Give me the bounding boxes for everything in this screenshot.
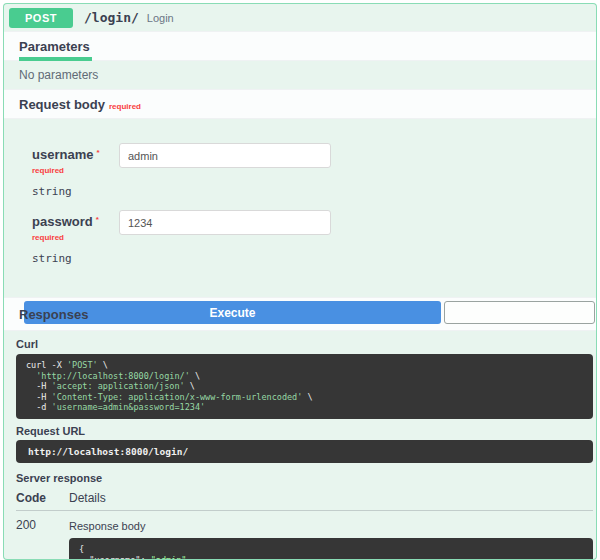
method-badge: POST bbox=[9, 8, 73, 28]
status-code-200: 200 bbox=[16, 517, 69, 560]
clear-button[interactable] bbox=[444, 301, 595, 324]
request-url-label: Request URL bbox=[16, 425, 593, 437]
username-field-type: string bbox=[32, 185, 119, 198]
response-row-200: 200 Response body { "username": "admin" … bbox=[16, 517, 593, 560]
endpoint-path: /login/ bbox=[84, 10, 139, 25]
password-field-type: string bbox=[32, 252, 119, 265]
curl-line: -d 'username=admin&password=1234' bbox=[26, 402, 583, 413]
table-divider bbox=[16, 510, 593, 511]
operation-summary[interactable]: POST /login/ Login bbox=[4, 4, 596, 31]
password-input[interactable] bbox=[119, 210, 331, 235]
parameters-header: Parameters bbox=[4, 31, 596, 61]
tab-parameters[interactable]: Parameters bbox=[19, 32, 92, 61]
password-field-name: password bbox=[32, 214, 93, 229]
server-response-label: Server response bbox=[16, 472, 593, 484]
request-body-title: Request body bbox=[19, 97, 105, 112]
request-body-required-flag: required bbox=[109, 102, 141, 111]
request-body-header: Request bodyrequired bbox=[4, 89, 596, 119]
response-body-line: "username": "admin" bbox=[79, 555, 583, 560]
execute-row: Execute bbox=[24, 301, 595, 324]
request-body-form: username* required string password* requ… bbox=[4, 119, 596, 297]
responses-title: Responses bbox=[19, 307, 88, 322]
response-body-label: Response body bbox=[69, 520, 593, 532]
response-body-block[interactable]: { "username": "admin" } bbox=[69, 538, 593, 560]
curl-line: curl -X 'POST' \ bbox=[26, 360, 583, 371]
field-row-username: username* required string bbox=[32, 143, 596, 198]
response-body-line: { bbox=[79, 544, 583, 555]
code-column-header: Code bbox=[16, 491, 69, 505]
response-table-header: Code Details bbox=[16, 491, 593, 505]
curl-label: Curl bbox=[16, 338, 593, 350]
endpoint-description: Login bbox=[147, 12, 174, 24]
username-field-name: username bbox=[32, 147, 93, 162]
operation-block: POST /login/ Login Parameters No paramet… bbox=[3, 3, 597, 560]
username-input[interactable] bbox=[119, 143, 331, 168]
curl-line: 'http://localhost:8000/login/' \ bbox=[26, 371, 583, 382]
request-url-block: http://localhost:8000/login/ bbox=[16, 440, 593, 463]
curl-line: -H 'accept: application/json' \ bbox=[26, 381, 583, 392]
no-parameters-message: No parameters bbox=[4, 61, 596, 89]
details-column-header: Details bbox=[69, 491, 106, 505]
request-url-value: http://localhost:8000/login/ bbox=[28, 446, 188, 457]
field-row-password: password* required string bbox=[32, 210, 596, 265]
responses-content: Curl curl -X 'POST' \ 'http://localhost:… bbox=[4, 331, 596, 560]
curl-line: -H 'Content-Type: application/x-www-form… bbox=[26, 392, 583, 403]
curl-command-block[interactable]: curl -X 'POST' \ 'http://localhost:8000/… bbox=[16, 354, 593, 419]
